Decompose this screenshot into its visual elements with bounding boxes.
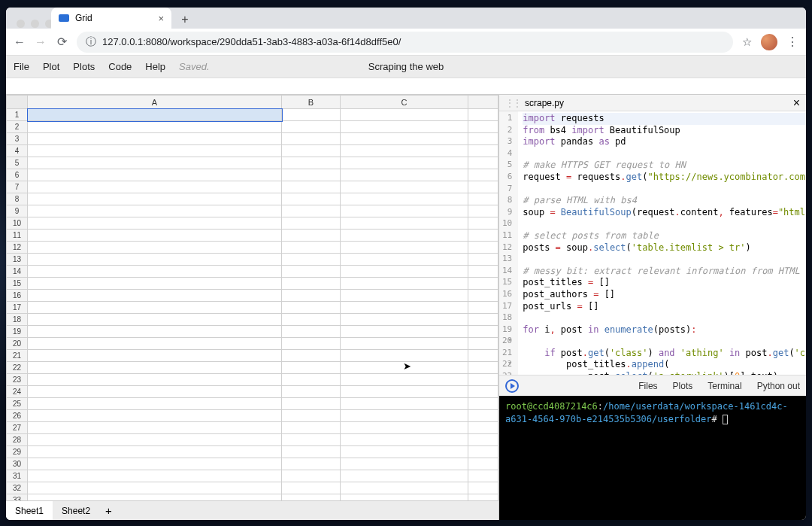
cell[interactable]: [282, 133, 341, 145]
cell[interactable]: [468, 326, 498, 338]
row-header[interactable]: 22: [7, 362, 28, 374]
cell[interactable]: [282, 230, 341, 242]
cell[interactable]: [282, 181, 341, 193]
row-header[interactable]: 32: [7, 482, 28, 494]
cell[interactable]: [468, 169, 498, 181]
cell[interactable]: [28, 169, 282, 181]
cell[interactable]: [341, 326, 468, 338]
cell[interactable]: [468, 374, 498, 386]
cell[interactable]: [341, 254, 468, 266]
row-header[interactable]: 7: [7, 181, 28, 193]
close-icon[interactable]: ×: [793, 96, 800, 110]
cell[interactable]: [282, 434, 341, 446]
cell[interactable]: [28, 254, 282, 266]
cell[interactable]: [468, 470, 498, 482]
cell[interactable]: [341, 314, 468, 326]
row-header[interactable]: 16: [7, 290, 28, 302]
menu-file[interactable]: File: [14, 61, 29, 72]
row-header[interactable]: 4: [7, 145, 28, 157]
cell[interactable]: [282, 169, 341, 181]
row-header[interactable]: 2: [7, 121, 28, 133]
cell[interactable]: [282, 193, 341, 205]
row-header[interactable]: 9: [7, 205, 28, 217]
row-header[interactable]: 29: [7, 446, 28, 458]
cell[interactable]: [282, 362, 341, 374]
back-icon[interactable]: ←: [14, 36, 26, 48]
document-title[interactable]: Scraping the web: [368, 61, 444, 72]
row-header[interactable]: 26: [7, 410, 28, 422]
cell[interactable]: [28, 314, 282, 326]
row-header[interactable]: 30: [7, 458, 28, 470]
cell[interactable]: [282, 314, 341, 326]
cell[interactable]: [341, 157, 468, 169]
cell[interactable]: [468, 302, 498, 314]
cell[interactable]: [341, 482, 468, 494]
cell[interactable]: [468, 350, 498, 362]
reload-icon[interactable]: ⟳: [56, 36, 68, 48]
menu-plot[interactable]: Plot: [43, 61, 59, 72]
cell[interactable]: [341, 278, 468, 290]
cell[interactable]: [28, 410, 282, 422]
cell[interactable]: [28, 133, 282, 145]
cell[interactable]: [341, 470, 468, 482]
cell[interactable]: [341, 109, 468, 121]
cell[interactable]: [282, 458, 341, 470]
cell[interactable]: [468, 157, 498, 169]
cell[interactable]: [468, 458, 498, 470]
tab-python-out[interactable]: Python out: [757, 381, 800, 391]
cell[interactable]: [28, 278, 282, 290]
cell[interactable]: [282, 374, 341, 386]
cell[interactable]: [282, 109, 341, 121]
cell[interactable]: [28, 290, 282, 302]
cell[interactable]: [341, 302, 468, 314]
cell[interactable]: [28, 266, 282, 278]
cell[interactable]: [341, 230, 468, 242]
menu-help[interactable]: Help: [145, 61, 165, 72]
cell[interactable]: [341, 193, 468, 205]
cell[interactable]: [341, 205, 468, 217]
sheet-tab[interactable]: Sheet2: [53, 501, 99, 520]
cell[interactable]: [468, 338, 498, 350]
row-header[interactable]: 6: [7, 169, 28, 181]
cell[interactable]: [341, 362, 468, 374]
code-editor[interactable]: 12345678910111213141516171819 ▾2021 ▾222…: [499, 111, 806, 375]
cell[interactable]: [282, 422, 341, 434]
cell[interactable]: [28, 374, 282, 386]
row-header[interactable]: 10: [7, 217, 28, 230]
row-header[interactable]: 11: [7, 230, 28, 242]
col-header[interactable]: B: [282, 96, 341, 109]
row-header[interactable]: 24: [7, 386, 28, 398]
cell[interactable]: [468, 410, 498, 422]
cell[interactable]: [468, 278, 498, 290]
spreadsheet-grid[interactable]: ABC1234567891011121314151617181920212223…: [6, 95, 498, 500]
cell[interactable]: [282, 217, 341, 230]
row-header[interactable]: 31: [7, 470, 28, 482]
cell[interactable]: [341, 458, 468, 470]
cell[interactable]: [28, 470, 282, 482]
cell[interactable]: [341, 386, 468, 398]
row-header[interactable]: 20: [7, 338, 28, 350]
cell[interactable]: [28, 434, 282, 446]
cell[interactable]: [468, 434, 498, 446]
cell[interactable]: [341, 434, 468, 446]
cell[interactable]: [28, 193, 282, 205]
cell[interactable]: [468, 230, 498, 242]
cell[interactable]: [341, 290, 468, 302]
cell[interactable]: [341, 121, 468, 133]
cell[interactable]: [341, 398, 468, 410]
cell[interactable]: [28, 398, 282, 410]
cell[interactable]: [468, 494, 498, 501]
cell[interactable]: [28, 350, 282, 362]
row-header[interactable]: 28: [7, 434, 28, 446]
site-info-icon[interactable]: ⓘ: [86, 35, 96, 49]
cell[interactable]: [468, 266, 498, 278]
bookmark-icon[interactable]: ☆: [742, 35, 752, 49]
row-header[interactable]: 8: [7, 193, 28, 205]
cell[interactable]: [341, 169, 468, 181]
new-tab-button[interactable]: +: [176, 11, 194, 29]
cell[interactable]: [282, 157, 341, 169]
row-header[interactable]: 33: [7, 494, 28, 501]
cell[interactable]: [341, 181, 468, 193]
cell[interactable]: [28, 157, 282, 169]
cell[interactable]: [282, 326, 341, 338]
